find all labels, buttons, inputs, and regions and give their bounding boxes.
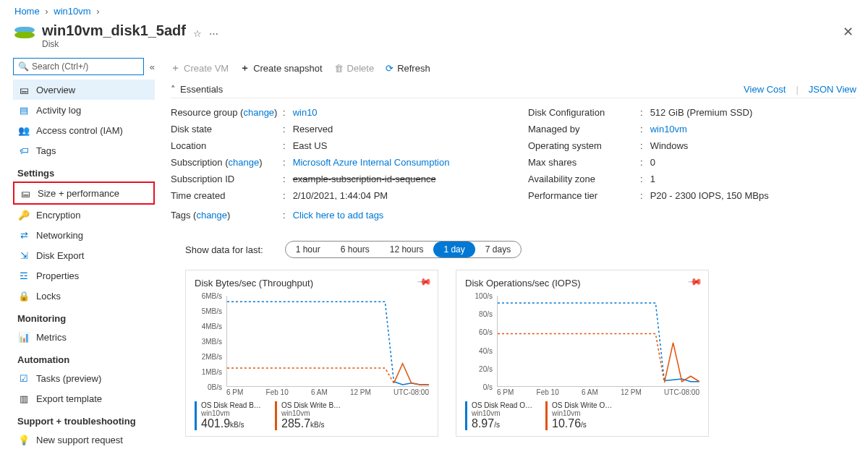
x-axis-ticks: 6 PMFeb 106 AM12 PMUTC-08:00 <box>497 388 699 397</box>
search-icon: 🔍 <box>18 61 29 72</box>
sidebar-item-label: Size + performance <box>38 188 119 199</box>
essentials-toggle[interactable]: ˄Essentials <box>171 84 223 95</box>
sidebar-item-activity[interactable]: ▤Activity log <box>13 100 155 120</box>
plus-icon: ＋ <box>171 61 180 74</box>
tag-icon: 🏷 <box>17 145 30 156</box>
legend-read: OS Disk Read Bytes/S..win10vm 401.9kB/s <box>195 401 263 430</box>
collapse-sidebar-icon[interactable]: « <box>150 61 155 72</box>
refresh-button[interactable]: ⟳Refresh <box>386 63 430 74</box>
y-axis-ticks: 6MB/s5MB/s4MB/s3MB/s2MB/s1MB/s0B/s <box>195 296 225 387</box>
view-cost-link[interactable]: View Cost <box>744 84 786 95</box>
sidebar: 🔍 Search (Ctrl+/) « 🖴Overview ▤Activity … <box>0 55 161 450</box>
range-opt-1d[interactable]: 1 day <box>433 242 475 257</box>
chart-icon: 📊 <box>17 332 30 343</box>
tags-add-link[interactable]: Click here to add tags <box>293 210 384 221</box>
sidebar-item-diskexport[interactable]: ⇲Disk Export <box>13 245 155 265</box>
kv-value: 0 <box>650 157 655 168</box>
sidebar-item-size[interactable]: 🖴Size + performance <box>14 183 153 203</box>
sidebar-item-iam[interactable]: 👥Access control (IAM) <box>13 120 155 140</box>
rg-change-link[interactable]: change <box>243 107 274 118</box>
sidebar-item-label: Disk Export <box>36 250 84 261</box>
nav-group-support: Support + troubleshooting <box>17 416 155 427</box>
toolbar-label: Delete <box>347 63 375 74</box>
kv-key-label: Time created <box>171 190 283 201</box>
chart-iops[interactable]: Disk Operations/sec (IOPS) 📌 100/s80/s60… <box>456 270 709 437</box>
log-icon: ▤ <box>17 105 30 116</box>
sidebar-item-label: Tags <box>36 145 56 156</box>
json-view-link[interactable]: JSON View <box>809 84 856 95</box>
sidebar-item-tasks[interactable]: ☑Tasks (preview) <box>13 368 155 388</box>
range-opt-1h[interactable]: 1 hour <box>286 242 331 257</box>
sidebar-item-support[interactable]: 💡New support request <box>13 430 155 450</box>
search-placeholder: Search (Ctrl+/) <box>32 61 88 72</box>
chart-row: Disk Bytes/sec (Throughput) 📌 6MB/s5MB/s… <box>171 270 856 437</box>
kv-value: 512 GiB (Premium SSD) <box>650 107 753 118</box>
kv-key-label: Location <box>171 140 283 151</box>
kv-key-label: Operating system <box>528 140 640 151</box>
breadcrumb-vm[interactable]: win10vm <box>54 6 90 17</box>
legend-write: OS Disk Write Bytes/..win10vm 285.7kB/s <box>275 401 344 430</box>
kv-key-label: Resource group ( <box>171 107 243 118</box>
sidebar-item-overview[interactable]: 🖴Overview <box>13 80 155 100</box>
managed-by-link[interactable]: win10vm <box>650 124 687 134</box>
delete-button[interactable]: 🗑Delete <box>334 63 375 74</box>
people-icon: 👥 <box>17 125 30 136</box>
sidebar-item-label: Export template <box>36 393 102 404</box>
create-vm-button[interactable]: ＋Create VM <box>171 61 229 74</box>
sidebar-item-label: Encryption <box>36 210 80 221</box>
sidebar-item-properties[interactable]: ☲Properties <box>13 265 155 286</box>
chart-throughput[interactable]: Disk Bytes/sec (Throughput) 📌 6MB/s5MB/s… <box>185 270 438 437</box>
more-icon[interactable]: ⋯ <box>209 28 218 39</box>
range-opt-12h[interactable]: 12 hours <box>380 242 434 257</box>
chart-title: Disk Operations/sec (IOPS) <box>465 278 699 289</box>
pin-icon[interactable]: ☆ <box>193 28 202 39</box>
subscription-link[interactable]: Microsoft Azure Internal Consumption <box>293 157 450 168</box>
range-label: Show data for last: <box>185 244 263 255</box>
sidebar-item-label: Properties <box>36 270 79 281</box>
legend-read: OS Disk Read Operati..win10vm 8.97/s <box>465 401 534 430</box>
range-opt-6h[interactable]: 6 hours <box>331 242 380 257</box>
sidebar-item-locks[interactable]: 🔒Locks <box>13 286 155 306</box>
kv-key-label: Subscription ID <box>171 174 283 184</box>
sidebar-item-label: Activity log <box>36 105 81 116</box>
kv-value: 1 <box>650 174 655 184</box>
properties-icon: ☲ <box>17 270 30 281</box>
close-icon[interactable]: ✕ <box>843 24 854 40</box>
breadcrumb-home[interactable]: Home <box>14 6 40 17</box>
chart-legend: OS Disk Read Operati..win10vm 8.97/s OS … <box>465 401 699 430</box>
template-icon: ▥ <box>17 393 30 404</box>
create-snapshot-button[interactable]: ＋Create snapshot <box>240 61 322 74</box>
nav-group-automation: Automation <box>17 354 155 365</box>
kv-value: Windows <box>650 140 689 151</box>
rg-value-link[interactable]: win10 <box>293 107 318 118</box>
kv-value-subid: example-subscription-id-sequence <box>293 174 436 184</box>
sidebar-item-metrics[interactable]: 📊Metrics <box>13 327 155 347</box>
lock-icon: 🔒 <box>17 291 30 302</box>
page-title: win10vm_disk1_5adf <box>42 22 186 39</box>
search-input[interactable]: 🔍 Search (Ctrl+/) <box>13 58 144 75</box>
chart-legend: OS Disk Read Bytes/S..win10vm 401.9kB/s … <box>195 401 429 430</box>
sidebar-item-encryption[interactable]: 🔑Encryption <box>13 205 155 225</box>
sidebar-item-tags[interactable]: 🏷Tags <box>13 140 155 161</box>
sidebar-item-networking[interactable]: ⇄Networking <box>13 225 155 245</box>
kv-value: P20 - 2300 IOPS, 150 MBps <box>650 190 769 201</box>
legend-write: OS Disk Write Operat..win10vm 10.76/s <box>545 401 614 430</box>
export-icon: ⇲ <box>17 250 30 261</box>
sub-change-link[interactable]: change <box>228 157 259 168</box>
range-opt-7d[interactable]: 7 days <box>475 242 521 257</box>
plot-area <box>497 296 699 387</box>
sidebar-item-label: Locks <box>36 291 61 302</box>
refresh-icon: ⟳ <box>386 63 393 74</box>
support-icon: 💡 <box>17 435 30 445</box>
sidebar-item-template[interactable]: ▥Export template <box>13 388 155 409</box>
tasks-icon: ☑ <box>17 373 30 384</box>
kv-value: 2/10/2021, 1:44:04 PM <box>293 190 388 201</box>
kv-key-label: Disk Configuration <box>528 107 640 118</box>
toolbar-label: Refresh <box>397 63 430 74</box>
disk-small-icon: 🖴 <box>19 188 32 199</box>
kv-value: Reserved <box>293 124 333 134</box>
y-axis-ticks: 100/s80/s60/s40/s20/s0/s <box>465 296 495 387</box>
key-icon: 🔑 <box>17 210 30 221</box>
tags-change-link[interactable]: change <box>196 210 227 221</box>
disk-small-icon: 🖴 <box>17 85 30 95</box>
